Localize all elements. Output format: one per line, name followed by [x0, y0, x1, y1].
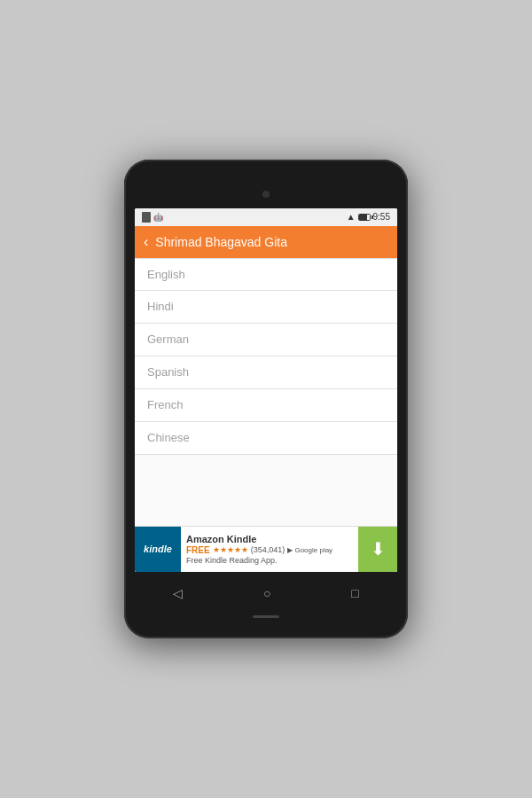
download-icon: ⬇	[371, 538, 386, 559]
language-label-hindi: Hindi	[147, 300, 174, 313]
ad-reviews: (354,041)	[251, 545, 286, 554]
ad-free-label: FREE	[186, 545, 210, 555]
language-item-german[interactable]: German	[135, 324, 397, 356]
language-list: English Hindi German Spanish French Chin…	[135, 258, 397, 526]
language-item-chinese[interactable]: Chinese	[135, 422, 397, 455]
nav-home-button[interactable]: ○	[263, 586, 270, 600]
ad-banner[interactable]: kindle Amazon Kindle FREE ★★★★★ (354,041…	[135, 526, 397, 572]
status-left: 🤖	[142, 212, 163, 223]
ad-content: Amazon Kindle FREE ★★★★★ (354,041) ▶ Goo…	[181, 530, 358, 568]
toolbar-title: Shrimad Bhagavad Gita	[155, 235, 287, 249]
language-label-french: French	[147, 398, 183, 411]
language-item-english[interactable]: English	[135, 258, 397, 291]
battery-icon	[358, 214, 371, 221]
screen: 🤖 ▲ 9:55 ‹ Shrimad Bhagavad Gita English…	[135, 208, 397, 572]
app-toolbar: ‹ Shrimad Bhagavad Gita	[135, 226, 397, 258]
ad-stars: ★★★★★	[213, 545, 248, 554]
ad-gplay: ▶ Google play	[287, 546, 332, 554]
nav-bar: ◁ ○ □	[133, 577, 399, 609]
android-indicator: 🤖	[153, 213, 163, 222]
nav-recent-button[interactable]: □	[351, 586, 358, 600]
nav-back-button[interactable]: ◁	[173, 586, 183, 600]
ad-title: Amazon Kindle	[186, 534, 353, 544]
language-label-chinese: Chinese	[147, 431, 190, 444]
kindle-logo: kindle	[144, 544, 172, 554]
back-button[interactable]: ‹	[144, 234, 148, 250]
camera	[262, 191, 270, 198]
ad-download-button[interactable]: ⬇	[358, 526, 397, 572]
sim-icon	[142, 212, 151, 223]
language-label-english: English	[147, 268, 185, 281]
home-indicator	[253, 615, 279, 618]
battery-fill	[359, 215, 368, 220]
clock: 9:55	[373, 212, 390, 222]
device-frame: 🤖 ▲ 9:55 ‹ Shrimad Bhagavad Gita English…	[124, 160, 408, 638]
ad-icon: kindle	[135, 526, 181, 572]
language-item-spanish[interactable]: Spanish	[135, 356, 397, 389]
wifi-icon: ▲	[347, 212, 356, 222]
language-label-german: German	[147, 332, 189, 346]
ad-row: FREE ★★★★★ (354,041) ▶ Google play	[186, 545, 353, 555]
status-bar: 🤖 ▲ 9:55	[135, 208, 397, 226]
status-right: ▲ 9:55	[347, 212, 390, 222]
language-item-french[interactable]: French	[135, 389, 397, 422]
language-item-hindi[interactable]: Hindi	[135, 291, 397, 324]
device-bottom	[253, 613, 279, 621]
language-label-spanish: Spanish	[147, 365, 189, 379]
ad-subtitle: Free Kindle Reading App.	[186, 556, 353, 565]
device-top	[133, 186, 399, 203]
